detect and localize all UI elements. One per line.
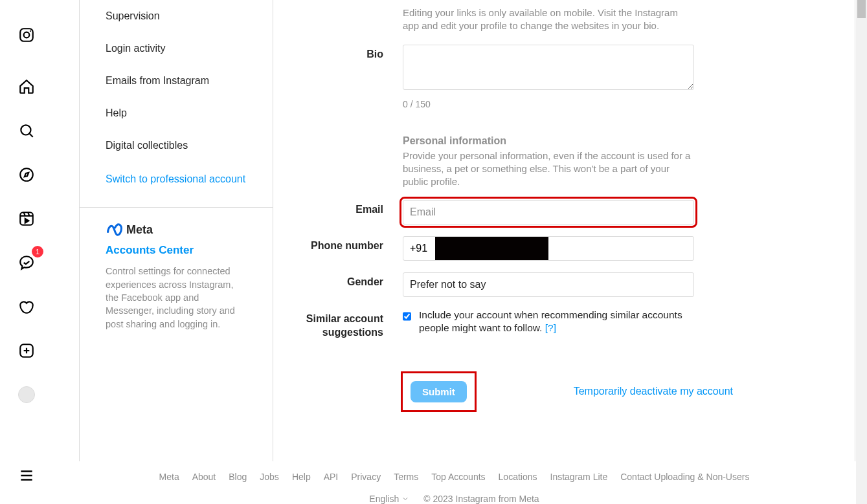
email-input[interactable]: [403, 200, 694, 225]
footer-link[interactable]: Help: [292, 472, 311, 482]
submit-highlight: Submit: [403, 373, 475, 410]
menu-icon[interactable]: [11, 460, 42, 491]
meta-accounts-center-card: Meta Accounts Center Control settings fo…: [80, 207, 273, 343]
footer-link[interactable]: Privacy: [351, 472, 381, 482]
bio-label: Bio: [273, 45, 403, 60]
reels-icon[interactable]: [11, 203, 42, 234]
suggestions-label: Similar account suggestions: [273, 309, 403, 340]
accounts-center-desc: Control settings for connected experienc…: [106, 265, 247, 330]
page-scrollbar[interactable]: [856, 0, 867, 504]
language-selector[interactable]: English: [369, 494, 409, 504]
bio-textarea[interactable]: [403, 45, 694, 90]
svg-point-2: [30, 30, 31, 32]
accounts-center-link[interactable]: Accounts Center: [106, 244, 247, 257]
sidebar-item-help[interactable]: Help: [106, 97, 247, 129]
footer-link[interactable]: Top Accounts: [431, 472, 485, 482]
footer-link[interactable]: Locations: [499, 472, 537, 482]
suggestions-checkbox[interactable]: [403, 311, 411, 322]
footer-link[interactable]: Meta: [159, 472, 179, 482]
footer-link[interactable]: About: [192, 472, 216, 482]
nav-rail: 1: [0, 0, 53, 504]
messages-badge: 1: [32, 246, 43, 257]
svg-point-1: [24, 32, 30, 38]
gender-label: Gender: [273, 272, 403, 288]
sidebar-item-supervision[interactable]: Supervision: [106, 0, 247, 32]
settings-sidebar: Supervision Login activity Emails from I…: [79, 0, 273, 461]
sidebar-item-login-activity[interactable]: Login activity: [106, 32, 247, 65]
suggestions-text: Include your account when recommending s…: [419, 309, 694, 334]
personal-info-desc: Provide your personal information, even …: [403, 149, 694, 189]
scrollbar-thumb[interactable]: [857, 0, 866, 18]
footer-link[interactable]: Jobs: [260, 472, 279, 482]
edit-profile-form: Editing your links is only available on …: [273, 0, 855, 461]
page-footer: Meta About Blog Jobs Help API Privacy Te…: [53, 461, 855, 504]
explore-icon[interactable]: [11, 159, 42, 190]
profile-avatar[interactable]: [11, 379, 42, 410]
create-icon[interactable]: [11, 335, 42, 366]
footer-links: Meta About Blog Jobs Help API Privacy Te…: [53, 472, 855, 482]
svg-rect-0: [20, 28, 33, 41]
svg-point-4: [20, 168, 33, 181]
svg-point-3: [21, 125, 30, 135]
notifications-icon[interactable]: [11, 291, 42, 322]
email-label: Email: [273, 200, 403, 215]
gender-select[interactable]: Prefer not to say: [403, 272, 694, 297]
chevron-down-icon: [401, 495, 409, 503]
submit-button[interactable]: Submit: [411, 381, 467, 402]
personal-info-heading: Personal information: [403, 135, 694, 147]
deactivate-account-link[interactable]: Temporarily deactivate my account: [574, 386, 733, 397]
search-icon[interactable]: [11, 115, 42, 146]
home-icon[interactable]: [11, 71, 42, 102]
meta-brand-text: Meta: [126, 223, 153, 237]
footer-link[interactable]: Contact Uploading & Non-Users: [620, 472, 749, 482]
footer-link[interactable]: API: [324, 472, 339, 482]
svg-rect-5: [20, 212, 33, 225]
links-help-text: Editing your links is only available on …: [403, 6, 694, 33]
phone-redaction: [435, 237, 548, 260]
messages-icon[interactable]: 1: [11, 247, 42, 278]
footer-link[interactable]: Instagram Lite: [550, 472, 608, 482]
suggestions-help-link[interactable]: [?]: [545, 322, 556, 333]
copyright-text: © 2023 Instagram from Meta: [423, 494, 539, 504]
footer-link[interactable]: Terms: [394, 472, 418, 482]
sidebar-item-emails[interactable]: Emails from Instagram: [106, 65, 247, 97]
bio-char-count: 0 / 150: [403, 99, 694, 109]
instagram-logo-icon[interactable]: [11, 19, 42, 50]
sidebar-item-digital-collectibles[interactable]: Digital collectibles: [106, 129, 247, 162]
phone-label: Phone number: [273, 236, 403, 252]
footer-link[interactable]: Blog: [229, 472, 247, 482]
meta-logo: Meta: [106, 221, 247, 239]
sidebar-item-switch-professional[interactable]: Switch to professional account: [106, 162, 247, 207]
